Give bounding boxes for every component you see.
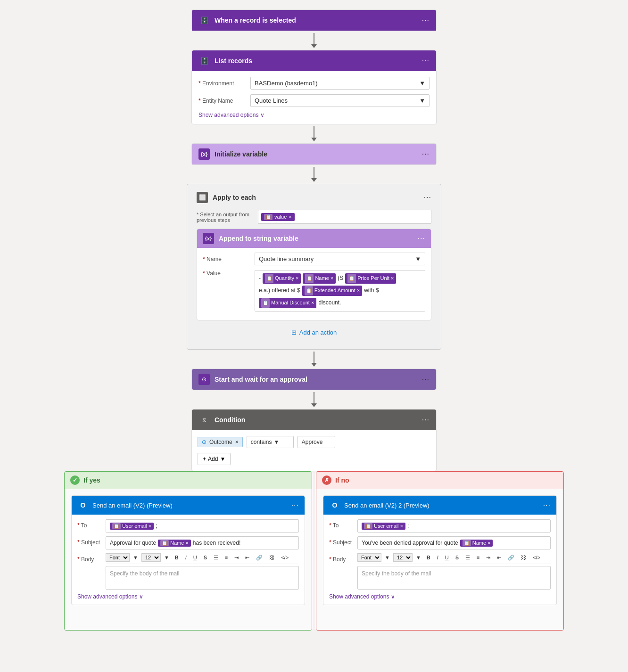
name-row: Name Quote line summary ▼ xyxy=(203,253,425,265)
strikethrough-btn-no[interactable]: S̶ xyxy=(453,554,461,562)
step-condition-header: ⧖ Condition ··· xyxy=(192,410,436,430)
to-input-no[interactable]: 📋 User email × ; xyxy=(357,519,551,533)
email-yes-menu[interactable]: ··· xyxy=(291,501,299,509)
outlook-icon-no: O xyxy=(329,500,340,511)
entity-value: Quote Lines xyxy=(255,97,288,104)
outcome-close[interactable]: × xyxy=(235,439,239,445)
to-row-yes: To 📋 User email × ; xyxy=(77,519,299,533)
html-btn-no[interactable]: </> xyxy=(530,554,543,561)
step-apply-each-body: * Select an output from previous steps 📋… xyxy=(192,210,436,344)
html-btn-yes[interactable]: </> xyxy=(279,554,291,561)
entity-select[interactable]: Quote Lines ▼ xyxy=(250,94,430,107)
step-approval: ⊙ Start and wait for an approval ··· xyxy=(191,369,437,390)
show-advanced-no[interactable]: Show advanced options ∨ xyxy=(329,593,551,600)
body-placeholder-yes[interactable]: Specify the body of the mail xyxy=(106,566,299,590)
subject-input-yes[interactable]: Approval for quote 📋 Name × has been rec… xyxy=(106,536,299,549)
step-list-records-title: List records xyxy=(215,57,422,65)
body-placeholder-no[interactable]: Specify the body of the mail xyxy=(357,566,551,590)
font-size-select-no[interactable]: 12 xyxy=(393,553,413,562)
step-condition-title: Condition xyxy=(215,416,422,424)
font-select-no[interactable]: Font xyxy=(357,553,381,562)
select-output-input[interactable]: 📋 value × xyxy=(258,210,431,224)
step-list-records-body: Environment BASDemo (basdemo1) ▼ Entity … xyxy=(192,71,436,124)
email-card-yes: O Send an email (V2) (Preview) ··· To 📋 … xyxy=(71,495,305,605)
branch-yes-header: ✓ If yes xyxy=(65,472,312,489)
add-action-icon: ⊞ xyxy=(291,329,297,336)
link-btn-yes[interactable]: 🔗 xyxy=(254,554,265,562)
italic-btn-no[interactable]: I xyxy=(435,554,441,561)
step-list-records: 🗄️ List records ··· Environment BASDemo … xyxy=(191,50,437,124)
underline-btn-no[interactable]: U xyxy=(443,554,451,561)
ol-btn-no[interactable]: ≡ xyxy=(474,554,482,561)
add-action-button[interactable]: ⊞ Add an action xyxy=(197,325,431,340)
step-list-records-header: 🗄️ List records ··· xyxy=(192,50,436,71)
email-card-yes-header: O Send an email (V2) (Preview) ··· xyxy=(72,496,305,515)
manual-discount-tag-icon: 📋 xyxy=(261,298,270,308)
name-select[interactable]: Quote line summary ▼ xyxy=(255,253,425,265)
italic-btn-yes[interactable]: I xyxy=(183,554,189,561)
bold-btn-no[interactable]: B xyxy=(424,554,433,561)
font-select-yes[interactable]: Font xyxy=(106,553,130,562)
outdent-btn-no[interactable]: ⇤ xyxy=(495,554,504,562)
branch-no-icon: ✗ xyxy=(322,475,331,485)
show-advanced-yes[interactable]: Show advanced options ∨ xyxy=(77,593,299,600)
body-row-yes: Body Font ▼ 12 ▼ xyxy=(77,553,299,590)
to-suffix-no: ; xyxy=(407,523,409,529)
condition-value-text: Approve xyxy=(302,439,323,445)
entity-row: Entity Name Quote Lines ▼ xyxy=(198,94,430,107)
name-tag-close[interactable]: × xyxy=(331,274,333,283)
step-list-records-menu[interactable]: ··· xyxy=(422,57,430,65)
branches-row: ✓ If yes O Send an email (V2) (Preview) … xyxy=(64,471,564,631)
unlink-btn-no[interactable]: ⛓ xyxy=(519,554,529,561)
branch-no-body: O Send an email (V2) 2 (Preview) ··· To … xyxy=(316,489,563,630)
ul-btn-no[interactable]: ☰ xyxy=(463,554,472,562)
step-approval-menu[interactable]: ··· xyxy=(422,375,430,384)
email-no-menu[interactable]: ··· xyxy=(543,501,551,509)
branch-yes-label: If yes xyxy=(83,476,100,484)
indent-btn-yes[interactable]: ⇥ xyxy=(232,554,241,562)
condition-value[interactable]: Approve xyxy=(297,436,335,448)
manual-discount-tag-close[interactable]: × xyxy=(311,298,314,308)
step-init-variable-menu[interactable]: ··· xyxy=(422,150,430,158)
step-when-record-menu[interactable]: ··· xyxy=(422,16,430,25)
bold-btn-yes[interactable]: B xyxy=(173,554,181,561)
strikethrough-btn-yes[interactable]: S̶ xyxy=(201,554,209,562)
step-apply-each-menu[interactable]: ··· xyxy=(424,193,431,202)
extended-amount-tag-close[interactable]: × xyxy=(357,286,360,295)
price-per-unit-tag-close[interactable]: × xyxy=(391,274,394,283)
underline-btn-yes[interactable]: U xyxy=(191,554,199,561)
step-condition-menu[interactable]: ··· xyxy=(422,416,430,424)
to-input-yes[interactable]: 📋 User email × ; xyxy=(106,519,299,533)
quantity-tag-close[interactable]: × xyxy=(296,274,298,283)
subject-prefix-yes: Approval for quote xyxy=(110,540,156,546)
environment-select[interactable]: BASDemo (basdemo1) ▼ xyxy=(250,77,430,90)
step-condition: ⧖ Condition ··· ⊙ Outcome × contains ▼ A… xyxy=(191,409,437,471)
condition-add-button[interactable]: + Add ▼ xyxy=(198,453,231,465)
outlook-icon-yes: O xyxy=(77,500,89,511)
condition-operator[interactable]: contains ▼ xyxy=(247,436,294,448)
to-label-yes: To xyxy=(77,522,106,529)
outdent-btn-yes[interactable]: ⇤ xyxy=(243,554,252,562)
subject-input-no[interactable]: You've been denied approval for quote 📋 … xyxy=(357,536,551,549)
step-init-variable-title: Initialize variable xyxy=(215,150,422,158)
price-per-unit-tag-icon: 📋 xyxy=(347,274,356,283)
step-append-string-menu[interactable]: ··· xyxy=(418,234,425,243)
font-size-select-yes[interactable]: 12 xyxy=(141,553,161,562)
email-card-yes-body: To 📋 User email × ; Subje xyxy=(72,515,305,605)
arrow-3 xyxy=(311,167,317,182)
link-btn-no[interactable]: 🔗 xyxy=(505,554,517,562)
to-suffix-yes: ; xyxy=(156,523,157,529)
value-content[interactable]: - 📋 Quantity × 📋 Name × (S xyxy=(255,270,425,311)
ol-btn-yes[interactable]: ≡ xyxy=(223,554,230,561)
email-title-no: Send an email (V2) 2 (Preview) xyxy=(344,502,430,509)
flow-container: 🗄️ When a record is selected ··· 🗄️ List… xyxy=(0,0,628,640)
value-tag-close[interactable]: × xyxy=(289,214,291,220)
step-when-record-header: 🗄️ When a record is selected ··· xyxy=(192,10,436,31)
value-label: Value xyxy=(203,270,255,277)
show-advanced-options-1[interactable]: Show advanced options ∨ xyxy=(198,112,430,118)
user-email-tag-no: 📋 User email × xyxy=(362,523,405,530)
ul-btn-yes[interactable]: ☰ xyxy=(211,554,221,562)
indent-btn-no[interactable]: ⇥ xyxy=(484,554,493,562)
email-card-no-header: O Send an email (V2) 2 (Preview) ··· xyxy=(323,496,556,515)
unlink-btn-yes[interactable]: ⛓ xyxy=(267,554,277,561)
